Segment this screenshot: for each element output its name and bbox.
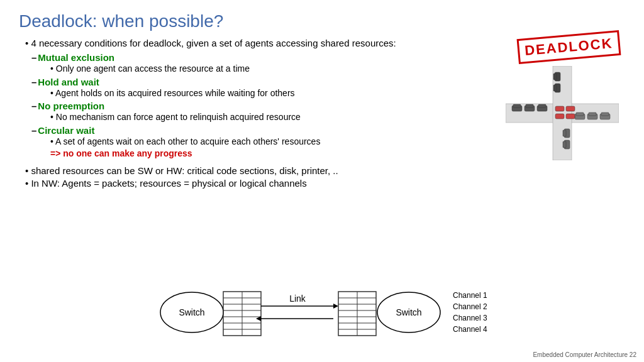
progress-text: => no one can make any progress: [50, 148, 192, 158]
svg-text:Channel 1: Channel 1: [453, 291, 487, 300]
svg-rect-11: [589, 112, 596, 116]
svg-text:Switch: Switch: [179, 307, 204, 317]
svg-text:Link: Link: [289, 293, 306, 304]
svg-text:Switch: Switch: [396, 307, 421, 317]
bullet2: shared resources can be SW or HW: critic…: [31, 165, 338, 176]
svg-rect-7: [538, 104, 546, 107]
svg-rect-25: [566, 114, 575, 119]
svg-rect-21: [563, 141, 566, 148]
svg-text:Channel 3: Channel 3: [453, 314, 487, 322]
condition-title-2: Hold and wait: [31, 77, 99, 87]
svg-rect-5: [526, 104, 533, 107]
traffic-svg: [506, 66, 619, 160]
svg-text:Channel 2: Channel 2: [453, 302, 487, 311]
condition-title-4: Circular wait: [31, 125, 94, 136]
footer: Embedded Computer Architecture 22: [533, 351, 636, 358]
bullet3: In NW: Agents = packets; resources = phy…: [31, 178, 306, 189]
slide: Deadlock: when possible? • 4 necessary c…: [0, 0, 644, 362]
condition-title-1: Mutual exclusion: [31, 52, 114, 63]
svg-rect-17: [553, 85, 557, 91]
condition-title-3: No preemption: [31, 101, 104, 111]
svg-rect-13: [601, 112, 609, 116]
bullet2-container: • shared resources can be SW or HW: crit…: [25, 165, 625, 189]
network-svg: Switch Link: [145, 278, 553, 347]
svg-rect-3: [513, 104, 521, 107]
svg-rect-15: [553, 74, 557, 80]
svg-rect-22: [555, 106, 564, 111]
svg-rect-24: [555, 114, 564, 119]
network-diagram: Switch Link: [145, 278, 553, 347]
deadlock-image-area: DEADLOCK: [506, 35, 631, 154]
svg-rect-9: [576, 112, 584, 116]
deadlock-stamp: DEADLOCK: [516, 30, 621, 64]
slide-title: Deadlock: when possible?: [19, 11, 625, 31]
svg-text:Channel 4: Channel 4: [453, 325, 487, 334]
svg-marker-37: [333, 304, 338, 309]
svg-rect-19: [563, 130, 566, 136]
svg-rect-23: [566, 106, 575, 111]
